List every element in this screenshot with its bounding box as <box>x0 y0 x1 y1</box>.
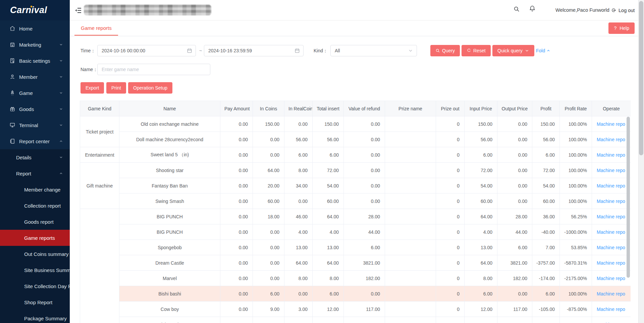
print-button[interactable]: Print <box>106 82 126 94</box>
cell-total-insert: 6.00 <box>313 147 344 163</box>
sidebar-item-goods-report[interactable]: Goods report <box>0 214 70 230</box>
sidebar-item-site-collection-day-report[interactable]: Site Collection Day Repo <box>0 278 70 294</box>
sidebar-item-basic-settings[interactable]: Basic settings <box>0 53 70 69</box>
cell-value-of-refund: 182.00 <box>344 271 385 286</box>
time-end-input[interactable]: 2024-10-16 23:59:59 <box>204 45 304 56</box>
main-content: Time： 2024-10-16 00:00:00 ~ 2024-10-16 2… <box>70 36 644 323</box>
search-icon[interactable] <box>513 6 520 12</box>
sidebar-item-member[interactable]: Member <box>0 69 70 85</box>
machine-report-link[interactable]: Machine repo <box>597 199 625 204</box>
cell-name: Sweet land 5 （in) <box>119 147 220 163</box>
tab-game-reports[interactable]: Game reports <box>74 21 118 36</box>
quick-query-button[interactable]: Quick query <box>492 45 534 56</box>
cell-profit-rate: 100.00% <box>560 317 592 323</box>
operation-setup-button[interactable]: Operation Setup <box>128 82 172 94</box>
logo-orange-dot <box>31 6 32 7</box>
machine-report-link[interactable]: Machine repo <box>597 276 625 281</box>
chevron-up-icon <box>546 49 550 53</box>
col-header-prize-name: Prize name <box>385 101 436 116</box>
sidebar-item-site-business-summary[interactable]: Site Business Summary <box>0 262 70 278</box>
cell-output-price: 0.00 <box>497 147 532 163</box>
collapse-sidebar-icon[interactable] <box>74 6 83 14</box>
table-row: BIG PUNCH0.0018.0046.0064.0028.00064.002… <box>80 209 631 224</box>
cell-output-price: 44.00 <box>497 224 532 240</box>
sidebar-item-label: Home <box>19 26 33 32</box>
report-center-icon <box>9 138 15 144</box>
cell-prize-out: 0 <box>436 271 465 286</box>
sidebar-item-label: Terminal <box>19 122 38 128</box>
query-button[interactable]: Query <box>430 45 460 56</box>
cell-pay-amount: 0.00 <box>220 255 253 271</box>
sidebar-item-shop-report[interactable]: Shop Report <box>0 294 70 310</box>
help-button[interactable]: ? Help <box>608 22 635 34</box>
machine-report-link[interactable]: Machine repo <box>597 322 625 323</box>
brand-logo: Carnival <box>0 0 70 20</box>
sidebar-item-member-change[interactable]: Member change <box>0 181 70 198</box>
cell-prize-out: 0 <box>436 178 465 194</box>
machine-report-link[interactable]: Machine repo <box>597 229 625 235</box>
sidebar-item-goods[interactable]: Goods <box>0 101 70 117</box>
cell-value-of-refund: 117.00 <box>344 302 385 317</box>
machine-report-link[interactable]: Machine repo <box>597 260 625 266</box>
cell-in-realcoin: 6.00 <box>284 147 313 163</box>
sidebar-item-details[interactable]: Details <box>0 149 70 165</box>
quick-query-label: Quick query <box>497 48 523 53</box>
machine-report-link[interactable]: Machine repo <box>597 291 625 297</box>
sidebar-item-terminal[interactable]: Terminal <box>0 117 70 133</box>
fold-link[interactable]: Fold <box>536 45 550 56</box>
operation-setup-label: Operation Setup <box>133 85 167 91</box>
cell-in-coins: 60.00 <box>253 194 284 209</box>
machine-report-link[interactable]: Machine repo <box>597 245 625 250</box>
sidebar-item-collection-report[interactable]: Collection report <box>0 198 70 214</box>
cell-output-price: 117.00 <box>497 302 532 317</box>
cell-profit-rate: 100.00% <box>560 163 592 178</box>
chevron-down-icon <box>59 43 63 47</box>
cell-operate: Machine repo <box>592 132 631 147</box>
col-header-game-kind: Game Kind <box>80 101 119 116</box>
machine-report-link[interactable]: Machine repo <box>597 307 625 312</box>
game-icon <box>9 90 15 96</box>
sidebar-item-label: Goods <box>19 106 34 112</box>
sidebar-item-game[interactable]: Game <box>0 85 70 101</box>
table-body: Ticket projectOld coin exchange machine0… <box>80 116 631 323</box>
sidebar-item-out-coins-summary[interactable]: Out Coins summary <box>0 246 70 262</box>
sidebar-item-report[interactable]: Report <box>0 165 70 181</box>
cell-total-insert: 64.00 <box>313 255 344 271</box>
chevron-down-icon <box>59 123 63 127</box>
kind-select[interactable]: All <box>330 45 417 56</box>
cell-prize-out: 0 <box>436 132 465 147</box>
cell-profit: 60.00 <box>532 194 560 209</box>
game-name-input[interactable] <box>97 64 210 75</box>
export-button[interactable]: Export <box>80 82 104 94</box>
cell-operate: Machine repo <box>592 302 631 317</box>
page-scrollbar-thumb[interactable] <box>639 1 643 155</box>
logout-button[interactable]: Log out <box>610 0 635 20</box>
table-scrollbar-thumb[interactable] <box>627 117 630 278</box>
cell-name: Fantasy Ban Ban <box>119 178 220 194</box>
reset-button[interactable]: Reset <box>462 45 491 56</box>
machine-report-link[interactable]: Machine repo <box>597 121 625 127</box>
sidebar-item-marketing[interactable]: Marketing <box>0 37 70 53</box>
sidebar-item-report-center[interactable]: Report center <box>0 133 70 149</box>
cell-output-price: 28.00 <box>497 209 532 224</box>
table-row: Swing Smash0.0060.000.0060.000.00060.000… <box>80 194 631 209</box>
cell-input-price: 6.00 <box>465 147 497 163</box>
cell-output-price: 0.00 <box>497 317 532 323</box>
time-start-input[interactable]: 2024-10-16 00:00:00 <box>97 45 196 56</box>
sidebar-item-label: Game <box>19 90 33 96</box>
sidebar-item-package-summary[interactable]: Package Summary <box>0 310 70 323</box>
machine-report-link[interactable]: Machine repo <box>597 152 625 158</box>
cell-in-realcoin: 64.00 <box>284 255 313 271</box>
sidebar-item-game-reports[interactable]: Game reports <box>0 230 70 246</box>
machine-report-link[interactable]: Machine repo <box>597 168 625 173</box>
machine-report-link[interactable]: Machine repo <box>597 137 625 142</box>
reset-label: Reset <box>473 48 486 53</box>
col-header-total-insert: Total insert <box>313 101 344 116</box>
machine-report-link[interactable]: Machine repo <box>597 214 625 219</box>
machine-report-link[interactable]: Machine repo <box>597 183 625 189</box>
sidebar-item-home[interactable]: Home <box>0 20 70 37</box>
cell-name: Dream Castle <box>119 255 220 271</box>
bell-icon[interactable] <box>529 5 536 12</box>
cell-value-of-refund: 0.00 <box>344 163 385 178</box>
cell-input-price: 13.00 <box>465 240 497 255</box>
